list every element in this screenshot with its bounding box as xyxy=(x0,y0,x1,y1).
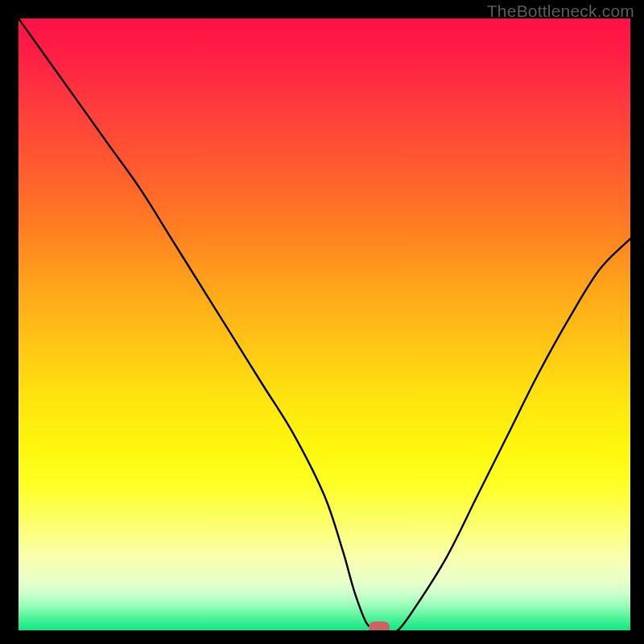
plot-area xyxy=(19,19,630,630)
chart-frame: TheBottleneck.com xyxy=(0,0,644,644)
optimal-marker xyxy=(369,621,390,630)
bottleneck-curve xyxy=(19,19,630,630)
curve-path xyxy=(19,19,630,630)
watermark-text: TheBottleneck.com xyxy=(487,2,634,21)
